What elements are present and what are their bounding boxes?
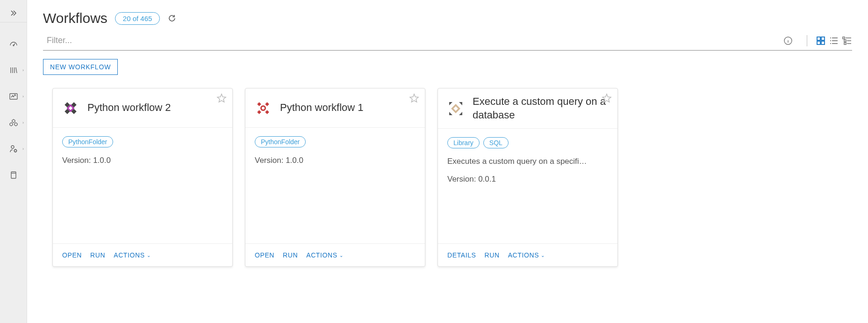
card-footer: OPEN RUN ACTIONS ⌄: [245, 243, 425, 266]
run-button[interactable]: RUN: [283, 251, 298, 259]
view-grid-button[interactable]: [816, 36, 826, 46]
user-gear-icon: [9, 144, 18, 154]
svg-rect-6: [817, 37, 820, 40]
card-version: Version: 1.0.0: [62, 156, 223, 165]
sidebar-item-storage[interactable]: [0, 167, 27, 184]
svg-point-20: [262, 107, 265, 110]
card-title: Python workflow 2: [87, 101, 171, 115]
card-footer: DETAILS RUN ACTIONS ⌄: [438, 243, 617, 266]
cylinder-icon: [9, 170, 18, 180]
card-header: Python workflow 1: [245, 88, 425, 128]
tag[interactable]: Library: [447, 137, 480, 148]
run-button[interactable]: RUN: [90, 251, 105, 259]
svg-rect-23: [265, 102, 269, 106]
list-icon: [829, 36, 839, 46]
workflow-card: Execute a custom query on a database Lib…: [438, 88, 618, 267]
svg-rect-24: [257, 110, 261, 114]
star-icon: [409, 93, 419, 103]
view-toggle-group: [816, 36, 852, 46]
tag[interactable]: PythonFolder: [255, 136, 306, 147]
card-version: Version: 1.0.0: [255, 156, 416, 165]
packages-icon: [9, 118, 18, 127]
card-title: Python workflow 1: [280, 101, 364, 115]
svg-rect-12: [844, 43, 846, 44]
tag[interactable]: PythonFolder: [62, 136, 113, 147]
books-icon: [9, 66, 18, 75]
card-version: Version: 0.0.1: [447, 175, 608, 184]
svg-rect-9: [821, 41, 825, 44]
card-description: Executes a custom query on a specifi…: [447, 157, 608, 166]
tree-icon: [842, 36, 852, 46]
svg-rect-22: [265, 110, 269, 114]
view-list-button[interactable]: [829, 36, 839, 46]
svg-rect-4: [11, 172, 16, 178]
sidebar-item-library[interactable]: ›: [0, 62, 27, 79]
card-footer: OPEN RUN ACTIONS ⌄: [53, 243, 232, 266]
count-badge: 20 of 465: [115, 12, 160, 25]
chevron-down-icon: ⌄: [147, 253, 151, 258]
card-body: PythonFolder Version: 1.0.0: [53, 128, 232, 243]
refresh-button[interactable]: [167, 14, 177, 23]
filter-input[interactable]: [43, 33, 783, 48]
sidebar-item-assets[interactable]: ›: [0, 114, 27, 131]
star-icon: [602, 93, 612, 103]
chevron-down-icon: ⌄: [339, 253, 344, 258]
sidebar-item-admin[interactable]: ›: [0, 140, 27, 157]
chevron-right-icon: ›: [22, 68, 24, 73]
actions-label: ACTIONS: [306, 251, 337, 259]
sidebar-item-activity[interactable]: ›: [0, 88, 27, 105]
favorite-button[interactable]: [602, 93, 612, 103]
chevron-right-icon: ›: [22, 94, 24, 99]
actions-dropdown[interactable]: ACTIONS ⌄: [508, 251, 545, 259]
gauge-icon: [9, 39, 18, 49]
star-icon: [216, 93, 227, 103]
workflow-icon: [254, 99, 273, 117]
page-header: Workflows 20 of 465: [43, 10, 852, 26]
tag[interactable]: SQL: [483, 137, 509, 148]
card-grid: Python workflow 2 PythonFolder Version: …: [43, 88, 852, 267]
new-workflow-button[interactable]: NEW WORKFLOW: [43, 59, 118, 75]
divider: [807, 35, 807, 46]
chevron-right-icon: ›: [22, 147, 24, 151]
tag-row: PythonFolder: [255, 136, 416, 147]
refresh-icon: [167, 14, 177, 23]
workflow-icon: [446, 99, 465, 118]
actions-dropdown[interactable]: ACTIONS ⌄: [306, 251, 343, 259]
run-button[interactable]: RUN: [485, 251, 500, 259]
actions-dropdown[interactable]: ACTIONS ⌄: [114, 251, 151, 259]
svg-point-2: [11, 146, 14, 148]
sidebar-item-dashboard[interactable]: [0, 36, 27, 52]
grid-icon: [816, 36, 826, 46]
svg-rect-10: [843, 37, 845, 39]
workflow-icon: [61, 99, 80, 117]
info-icon: [783, 36, 793, 45]
card-header: Python workflow 2: [53, 88, 232, 128]
workflow-card: Python workflow 1 PythonFolder Version: …: [245, 88, 425, 267]
workflow-card: Python workflow 2 PythonFolder Version: …: [52, 88, 233, 267]
card-header: Execute a custom query on a database: [438, 88, 617, 129]
chevron-down-icon: ⌄: [541, 253, 545, 258]
tag-row: PythonFolder: [62, 136, 223, 147]
info-button[interactable]: [783, 36, 793, 45]
activity-icon: [9, 92, 18, 101]
main-content: Workflows 20 of 465: [27, 0, 868, 323]
sidebar-expand-button[interactable]: [0, 4, 27, 22]
svg-rect-21: [257, 102, 261, 106]
card-title: Execute a custom query on a database: [473, 95, 609, 122]
favorite-button[interactable]: [409, 93, 419, 103]
view-tree-button[interactable]: [842, 36, 852, 46]
favorite-button[interactable]: [216, 93, 227, 103]
svg-rect-7: [821, 37, 825, 40]
sidebar: › › › ›: [0, 0, 27, 323]
actions-label: ACTIONS: [508, 251, 539, 259]
filter-row: [43, 33, 852, 51]
tag-row: Library SQL: [447, 137, 608, 148]
card-body: Library SQL Executes a custom query on a…: [438, 129, 617, 243]
svg-point-3: [14, 150, 16, 152]
open-button[interactable]: OPEN: [255, 251, 274, 259]
open-button[interactable]: OPEN: [62, 251, 82, 259]
chevron-right-icon: ›: [22, 120, 24, 125]
details-button[interactable]: DETAILS: [447, 251, 476, 259]
card-body: PythonFolder Version: 1.0.0: [245, 128, 425, 243]
page-title: Workflows: [43, 10, 108, 26]
